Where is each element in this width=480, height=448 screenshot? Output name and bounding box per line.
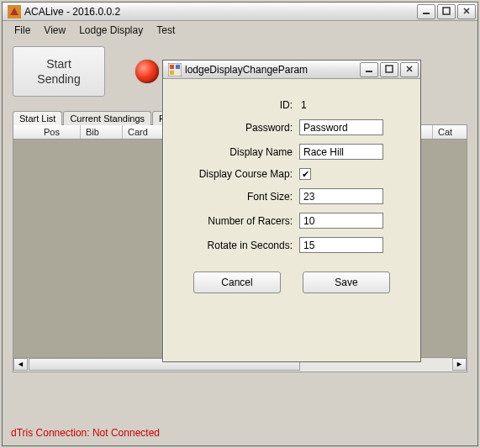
dialog-close-button[interactable] — [400, 62, 419, 77]
lodge-display-dialog: lodgeDisplayChangeParam ID: 1 Password: — [162, 60, 421, 362]
svg-rect-7 — [176, 71, 180, 75]
menu-view[interactable]: View — [44, 24, 66, 36]
label-rotate: Rotate in Seconds: — [173, 240, 299, 251]
window-title: ACALive - 2016.0.0.2 — [24, 6, 417, 18]
label-id: ID: — [173, 99, 299, 111]
dialog-maximize-button[interactable] — [380, 62, 398, 77]
titlebar: ACALive - 2016.0.0.2 — [3, 3, 477, 21]
svg-rect-9 — [386, 66, 393, 72]
dialog-title: lodgeDisplayChangeParam — [185, 64, 360, 76]
menu-lodge-display[interactable]: Lodge Display — [79, 24, 143, 36]
save-button[interactable]: Save — [303, 271, 390, 293]
col-bib[interactable]: Bib — [81, 125, 123, 139]
tab-current-standings[interactable]: Current Standings — [63, 111, 151, 125]
svg-rect-1 — [423, 13, 430, 14]
maximize-button[interactable] — [437, 4, 456, 19]
main-window: ACALive - 2016.0.0.2 File View Lodge Dis… — [2, 2, 478, 446]
value-id: 1 — [299, 99, 307, 111]
menu-file[interactable]: File — [14, 24, 30, 36]
label-display-name: Display Name — [173, 146, 299, 158]
connection-status: dTris Connection: Not Connected — [11, 427, 160, 439]
font-size-field[interactable] — [299, 188, 383, 204]
col-card[interactable]: Card — [123, 125, 165, 139]
num-racers-field[interactable] — [299, 213, 383, 229]
dialog-minimize-button[interactable] — [360, 62, 378, 77]
course-map-checkbox[interactable]: ✔ — [299, 168, 311, 180]
status-light-icon — [135, 60, 159, 83]
label-password: Password: — [173, 122, 299, 134]
label-num-racers: Number of Racers: — [173, 215, 299, 227]
start-sending-button[interactable]: Start Sending — [13, 46, 105, 97]
svg-rect-8 — [366, 71, 372, 72]
display-name-field[interactable] — [299, 144, 383, 160]
menu-test[interactable]: Test — [156, 24, 175, 36]
close-button[interactable] — [457, 4, 476, 19]
svg-rect-5 — [176, 65, 180, 69]
svg-rect-2 — [443, 8, 450, 14]
app-icon — [8, 5, 21, 18]
password-field[interactable] — [299, 119, 383, 135]
col-pos[interactable]: Pos — [39, 125, 81, 139]
menubar: File View Lodge Display Test — [3, 21, 477, 40]
col-cat[interactable]: Cat — [433, 125, 467, 139]
label-font-size: Font Size: — [173, 191, 299, 203]
dialog-titlebar: lodgeDisplayChangeParam — [163, 61, 420, 79]
label-course-map: Display Course Map: — [173, 168, 299, 180]
svg-rect-4 — [170, 65, 174, 69]
svg-rect-6 — [170, 71, 174, 75]
minimize-button[interactable] — [417, 4, 435, 19]
scroll-left-icon[interactable]: ◄ — [13, 358, 28, 371]
tab-start-list[interactable]: Start List — [13, 111, 62, 125]
status-bar: dTris Connection: Not Connected — [6, 424, 474, 442]
dialog-icon — [168, 63, 182, 76]
cancel-button[interactable]: Cancel — [193, 271, 281, 293]
scroll-right-icon[interactable]: ► — [452, 358, 467, 371]
rotate-seconds-field[interactable] — [299, 237, 383, 253]
